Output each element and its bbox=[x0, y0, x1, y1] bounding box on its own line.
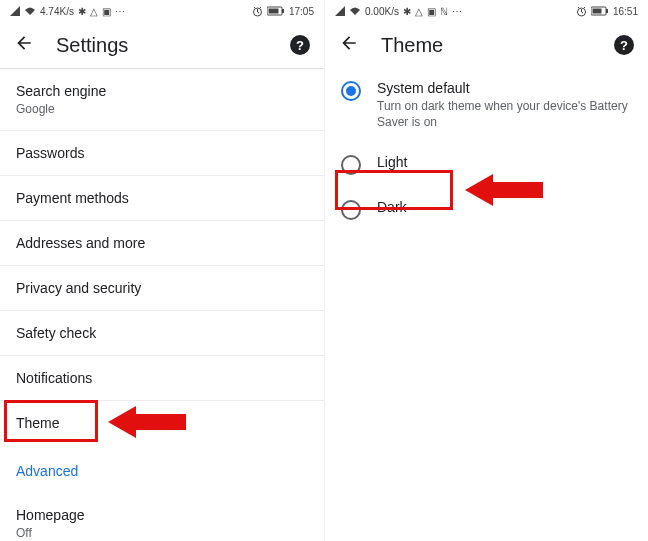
theme-options: System default Turn on dark theme when y… bbox=[325, 68, 648, 232]
option-light[interactable]: Light bbox=[325, 142, 648, 187]
row-sub: Off bbox=[16, 526, 308, 540]
option-label: Light bbox=[377, 154, 407, 170]
warning-icon: △ bbox=[90, 6, 98, 17]
row-sub: Google bbox=[16, 102, 308, 116]
nfc-icon: ℕ bbox=[440, 6, 448, 17]
settings-screen: 4.74K/s ✱ △ ▣ ⋯ 17:05 Settings ? Search … bbox=[0, 0, 324, 541]
row-privacy[interactable]: Privacy and security bbox=[0, 266, 324, 311]
clock: 16:51 bbox=[613, 6, 638, 17]
row-label: Homepage bbox=[16, 507, 308, 523]
theme-screen: 0.00K/s ✱ △ ▣ ℕ ⋯ 16:51 Theme ? Syste bbox=[324, 0, 648, 541]
option-sub: Turn on dark theme when your device's Ba… bbox=[377, 99, 632, 130]
advanced-link[interactable]: Advanced bbox=[0, 449, 324, 493]
svg-rect-2 bbox=[282, 9, 284, 13]
back-icon[interactable] bbox=[339, 33, 359, 57]
more-icon: ⋯ bbox=[115, 6, 125, 17]
signal-icon bbox=[10, 6, 20, 16]
row-label: Notifications bbox=[16, 370, 308, 386]
row-label: Safety check bbox=[16, 325, 308, 341]
option-label: System default bbox=[377, 80, 632, 96]
row-label: Theme bbox=[16, 415, 308, 431]
settings-header: Settings ? bbox=[0, 22, 324, 68]
row-theme[interactable]: Theme bbox=[0, 401, 324, 449]
bluetooth-icon: ✱ bbox=[78, 6, 86, 17]
row-label: Addresses and more bbox=[16, 235, 308, 251]
wifi-icon bbox=[24, 6, 36, 16]
dnd-icon: ▣ bbox=[102, 6, 111, 17]
row-label: Privacy and security bbox=[16, 280, 308, 296]
row-notifications[interactable]: Notifications bbox=[0, 356, 324, 401]
wifi-icon bbox=[349, 6, 361, 16]
net-speed: 0.00K/s bbox=[365, 6, 399, 17]
signal-icon bbox=[335, 6, 345, 16]
row-label: Search engine bbox=[16, 83, 308, 99]
radio-icon bbox=[341, 200, 361, 220]
row-payment-methods[interactable]: Payment methods bbox=[0, 176, 324, 221]
option-label: Dark bbox=[377, 199, 407, 215]
alarm-icon bbox=[576, 6, 587, 17]
settings-list: Search engine Google Passwords Payment m… bbox=[0, 69, 324, 541]
status-bar: 4.74K/s ✱ △ ▣ ⋯ 17:05 bbox=[0, 0, 324, 22]
net-speed: 4.74K/s bbox=[40, 6, 74, 17]
status-bar: 0.00K/s ✱ △ ▣ ℕ ⋯ 16:51 bbox=[325, 0, 648, 22]
svg-rect-8 bbox=[592, 9, 601, 14]
row-addresses[interactable]: Addresses and more bbox=[0, 221, 324, 266]
alarm-icon bbox=[252, 6, 263, 17]
row-safety-check[interactable]: Safety check bbox=[0, 311, 324, 356]
row-label: Payment methods bbox=[16, 190, 308, 206]
radio-icon bbox=[341, 81, 361, 101]
battery-icon bbox=[267, 6, 285, 16]
option-system-default[interactable]: System default Turn on dark theme when y… bbox=[325, 68, 648, 142]
svg-rect-7 bbox=[606, 9, 608, 13]
row-label: Passwords bbox=[16, 145, 308, 161]
dnd-icon: ▣ bbox=[427, 6, 436, 17]
back-icon[interactable] bbox=[14, 33, 34, 57]
row-search-engine[interactable]: Search engine Google bbox=[0, 69, 324, 131]
page-title: Settings bbox=[56, 34, 128, 57]
page-title: Theme bbox=[381, 34, 443, 57]
theme-header: Theme ? bbox=[325, 22, 648, 68]
help-icon[interactable]: ? bbox=[614, 35, 634, 55]
svg-rect-3 bbox=[268, 9, 278, 14]
row-homepage[interactable]: Homepage Off bbox=[0, 493, 324, 541]
bluetooth-icon: ✱ bbox=[403, 6, 411, 17]
clock: 17:05 bbox=[289, 6, 314, 17]
row-passwords[interactable]: Passwords bbox=[0, 131, 324, 176]
help-icon[interactable]: ? bbox=[290, 35, 310, 55]
option-dark[interactable]: Dark bbox=[325, 187, 648, 232]
battery-icon bbox=[591, 6, 609, 16]
radio-icon bbox=[341, 155, 361, 175]
warning-icon: △ bbox=[415, 6, 423, 17]
more-icon: ⋯ bbox=[452, 6, 462, 17]
